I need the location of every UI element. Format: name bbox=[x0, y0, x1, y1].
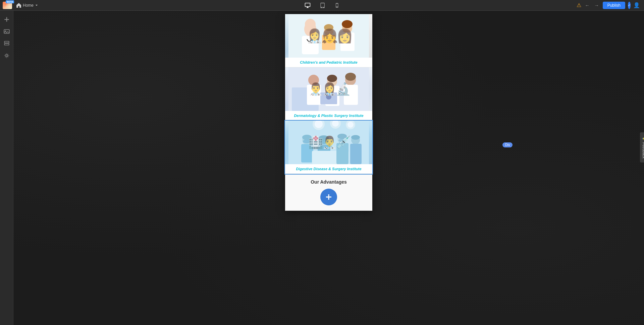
redo-button[interactable]: → bbox=[593, 2, 600, 9]
sidebar-settings-button[interactable] bbox=[1, 50, 12, 61]
settings-icon bbox=[4, 53, 10, 59]
svg-rect-10 bbox=[322, 35, 335, 50]
digestive-institute-card[interactable]: Digestive Disease & Surgery Institute bbox=[285, 121, 372, 174]
svg-point-47 bbox=[319, 135, 329, 141]
mobile-device-button[interactable] bbox=[333, 2, 341, 9]
app-logo: BETA bbox=[3, 2, 12, 9]
svg-rect-18 bbox=[307, 85, 321, 105]
svg-rect-7 bbox=[302, 36, 319, 54]
layers-icon bbox=[4, 41, 10, 47]
svg-point-24 bbox=[326, 94, 331, 100]
sidebar-media-button[interactable] bbox=[1, 26, 12, 37]
svg-point-13 bbox=[324, 24, 333, 31]
svg-point-4 bbox=[6, 55, 8, 57]
div-badge[interactable]: Div bbox=[502, 142, 513, 147]
svg-point-45 bbox=[338, 139, 346, 142]
svg-point-8 bbox=[305, 19, 316, 29]
sidebar bbox=[0, 11, 13, 325]
svg-rect-3 bbox=[4, 44, 9, 45]
pediatric-image bbox=[285, 14, 372, 58]
dermatology-title: Dermatology & Plastic Surgery Institute bbox=[285, 111, 372, 120]
svg-rect-5 bbox=[288, 14, 369, 58]
tablet-device-button[interactable] bbox=[319, 1, 327, 9]
undo-button[interactable]: ← bbox=[584, 2, 591, 9]
plus-icon bbox=[325, 193, 333, 201]
dermatology-institute-card[interactable]: Dermatology & Plastic Surgery Institute bbox=[285, 67, 372, 121]
sidebar-add-button[interactable] bbox=[1, 14, 12, 25]
svg-point-39 bbox=[337, 134, 347, 144]
svg-point-49 bbox=[351, 135, 360, 140]
toolbar-left: BETA Home bbox=[0, 2, 67, 9]
chevron-down-icon bbox=[35, 4, 38, 7]
svg-rect-22 bbox=[344, 85, 358, 105]
svg-rect-12 bbox=[340, 32, 355, 51]
feedback-label: Feedback bbox=[642, 142, 644, 158]
pediatric-title: Children's and Pediatric Institute bbox=[285, 58, 372, 67]
home-label: Home bbox=[23, 3, 34, 8]
digestive-image bbox=[285, 121, 372, 164]
svg-rect-35 bbox=[301, 144, 313, 162]
dermatology-image bbox=[285, 67, 372, 111]
dermatology-illustration bbox=[288, 67, 369, 111]
svg-point-14 bbox=[342, 20, 353, 28]
svg-point-46 bbox=[302, 135, 312, 140]
tablet-icon bbox=[320, 3, 325, 8]
svg-point-44 bbox=[320, 140, 328, 144]
home-button[interactable]: Home bbox=[14, 2, 40, 9]
svg-point-17 bbox=[308, 75, 319, 85]
svg-point-25 bbox=[327, 75, 337, 82]
beta-badge: BETA bbox=[6, 0, 14, 3]
svg-point-33 bbox=[347, 122, 354, 128]
publish-button[interactable]: Publish bbox=[603, 2, 625, 9]
digestive-title: Digestive Disease & Surgery Institute bbox=[285, 164, 372, 174]
desktop-device-button[interactable] bbox=[303, 1, 312, 10]
image-icon bbox=[4, 28, 10, 35]
user-icon[interactable]: 👤 bbox=[633, 2, 640, 8]
feedback-lightbulb-icon: 💡 bbox=[642, 136, 644, 141]
feedback-tab[interactable]: 💡 Feedback bbox=[640, 132, 644, 162]
pediatric-institute-card[interactable]: Children's and Pediatric Institute bbox=[285, 14, 372, 67]
svg-point-26 bbox=[345, 73, 356, 81]
digestive-illustration bbox=[288, 121, 369, 164]
svg-point-48 bbox=[337, 134, 347, 139]
desktop-icon bbox=[305, 2, 311, 8]
warning-icon: ⚠ bbox=[577, 2, 581, 8]
website-preview: Children's and Pediatric Institute bbox=[285, 14, 372, 211]
canvas-area: Children's and Pediatric Institute bbox=[13, 11, 644, 325]
svg-rect-42 bbox=[350, 144, 362, 164]
toolbar-right: ⚠ ← → Publish ✓ 👤 bbox=[577, 2, 644, 9]
advantages-title: Our Advantages bbox=[288, 179, 369, 185]
pediatric-illustration bbox=[288, 14, 369, 58]
toolbar-center bbox=[67, 1, 577, 10]
advantages-section: Our Advantages bbox=[285, 174, 372, 211]
mobile-icon bbox=[335, 3, 339, 8]
help-button[interactable]: ✓ bbox=[628, 2, 631, 9]
svg-point-36 bbox=[319, 136, 329, 146]
svg-rect-2 bbox=[4, 41, 9, 43]
advantages-icon bbox=[320, 189, 337, 205]
sidebar-layers-button[interactable] bbox=[1, 38, 12, 49]
add-icon bbox=[4, 16, 10, 22]
toolbar: BETA Home ⚠ ← → Publish ✓ 👤 bbox=[0, 0, 644, 11]
svg-rect-40 bbox=[336, 143, 348, 164]
home-icon bbox=[16, 3, 21, 8]
